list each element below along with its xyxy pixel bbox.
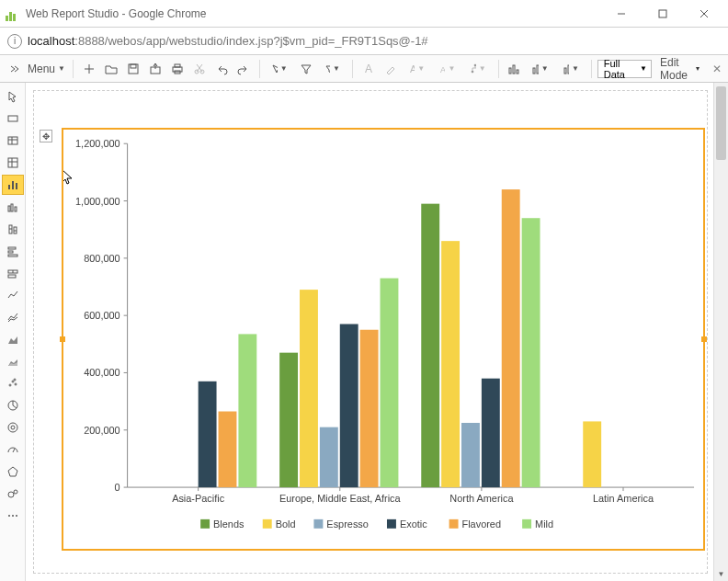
svg-rect-89 [340, 324, 358, 487]
svg-point-53 [12, 381, 14, 382]
palette-pie[interactable] [2, 395, 24, 416]
chart-type1-button[interactable] [504, 59, 524, 79]
font-b-button: A▼ [433, 59, 461, 79]
svg-text:Latin America: Latin America [593, 493, 654, 504]
scroll-thumb[interactable] [716, 86, 726, 160]
palette-area[interactable] [2, 329, 24, 349]
export-button[interactable] [145, 59, 165, 79]
svg-rect-30 [8, 137, 17, 144]
palette-hbar[interactable] [2, 241, 24, 261]
move-handle-icon[interactable]: ✥ [40, 130, 52, 142]
svg-rect-95 [441, 241, 460, 487]
svg-text:Asia-Pacific: Asia-Pacific [172, 493, 225, 504]
filter-button[interactable] [296, 59, 316, 79]
main-area: ✥ 0200,000400,000600,000800,0001,000,000… [0, 83, 728, 581]
report-canvas[interactable]: ✥ 0200,000400,000600,000800,0001,000,000… [26, 83, 728, 581]
palette-bubble[interactable] [2, 484, 24, 504]
palette-bar-chart[interactable] [2, 175, 24, 195]
svg-text:200,000: 200,000 [84, 425, 119, 436]
chart-palette-sidebar [0, 83, 26, 581]
svg-text:Exotic: Exotic [400, 518, 427, 530]
svg-rect-10 [175, 64, 180, 67]
panel-close-button[interactable]: ✕ [710, 59, 724, 79]
svg-point-54 [15, 383, 17, 385]
browser-address-bar[interactable]: i localhost:8888/webos/app/webstudio/ind… [0, 28, 728, 55]
svg-text:800,000: 800,000 [84, 253, 119, 264]
undo-button[interactable] [211, 59, 232, 79]
palette-rect[interactable] [2, 108, 24, 129]
url-host: localhost [28, 34, 74, 48]
svg-rect-107 [263, 519, 272, 529]
svg-point-62 [8, 515, 10, 517]
window-titlebar: Web Report Studio - Google Chrome [0, 0, 728, 28]
svg-rect-24 [537, 65, 538, 74]
palette-stacked-area[interactable] [2, 351, 24, 371]
window-close-button[interactable] [683, 1, 724, 27]
palette-crosstab[interactable] [2, 153, 24, 173]
svg-rect-81 [199, 382, 217, 487]
filter-menu-button[interactable]: ▼ [318, 59, 347, 79]
svg-text:400,000: 400,000 [84, 367, 119, 378]
svg-text:Bold: Bold [276, 518, 296, 530]
edit-mode-button[interactable]: Edit Mode▾ [654, 59, 706, 79]
select-tool-button[interactable]: ▼ [265, 59, 293, 79]
palette-pointer[interactable] [2, 86, 24, 107]
palette-multiline[interactable] [2, 307, 24, 327]
svg-rect-33 [8, 158, 17, 167]
svg-rect-41 [15, 207, 17, 211]
palette-table[interactable] [2, 131, 24, 151]
palette-radar[interactable] [2, 461, 24, 482]
site-info-icon[interactable]: i [7, 34, 22, 49]
svg-point-55 [14, 379, 16, 381]
vertical-scrollbar[interactable]: ▲ ▼ [713, 83, 728, 581]
palette-grouped-bar[interactable] [2, 197, 24, 217]
bar-chart: 0200,000400,000600,000800,0001,000,0001,… [63, 130, 703, 549]
svg-rect-109 [313, 519, 323, 529]
svg-rect-1 [659, 10, 666, 17]
palette-stacked-bar[interactable] [2, 219, 24, 239]
chart-object[interactable]: 0200,000400,000600,000800,0001,000,0001,… [62, 128, 705, 551]
cut-button[interactable] [189, 59, 210, 79]
svg-rect-96 [461, 423, 480, 487]
svg-rect-98 [502, 189, 520, 487]
palette-more[interactable] [2, 506, 24, 526]
palette-line[interactable] [2, 285, 24, 305]
palette-gauge[interactable] [2, 439, 24, 460]
palette-scatter[interactable] [2, 373, 24, 393]
svg-rect-102 [583, 421, 601, 487]
palette-donut[interactable] [2, 417, 24, 438]
svg-rect-87 [300, 290, 318, 487]
svg-rect-111 [387, 519, 396, 529]
url-path: :8888/webos/app/webstudio/index.jsp?j$vm… [74, 34, 427, 48]
scroll-down-icon[interactable]: ▼ [714, 566, 728, 581]
menu-label: Menu [28, 63, 55, 75]
redo-button[interactable] [233, 59, 254, 79]
chart-type3-button[interactable]: ▼ [557, 59, 586, 79]
new-button[interactable] [79, 59, 99, 79]
window-title: Web Report Studio - Google Chrome [26, 7, 600, 20]
svg-rect-113 [449, 519, 459, 529]
data-mode-select[interactable]: Full Data▼ [597, 60, 652, 78]
page-area[interactable]: ✥ 0200,000400,000600,000800,0001,000,000… [33, 90, 708, 574]
save-button[interactable] [123, 59, 143, 79]
svg-rect-37 [12, 181, 14, 189]
svg-rect-20 [509, 68, 511, 74]
hierarchy-button: ▼ [463, 59, 492, 79]
svg-text:Blends: Blends [213, 518, 245, 530]
menu-button[interactable]: Menu▼ [26, 59, 67, 79]
svg-point-52 [9, 384, 11, 386]
print-button[interactable] [167, 59, 188, 79]
svg-rect-21 [513, 65, 515, 74]
chart-type2-button[interactable]: ▼ [526, 59, 554, 79]
window-maximize-button[interactable] [642, 1, 683, 27]
svg-rect-7 [131, 64, 136, 68]
open-button[interactable] [101, 59, 121, 79]
font-size-button: A▼ [403, 59, 431, 79]
window-minimize-button[interactable] [600, 1, 642, 27]
palette-hbar-stacked[interactable] [2, 263, 24, 283]
svg-text:A: A [365, 63, 372, 75]
svg-rect-88 [320, 427, 338, 487]
svg-point-61 [14, 490, 17, 494]
expand-toolbar-button[interactable] [4, 59, 24, 79]
color-tool-button [381, 59, 401, 79]
